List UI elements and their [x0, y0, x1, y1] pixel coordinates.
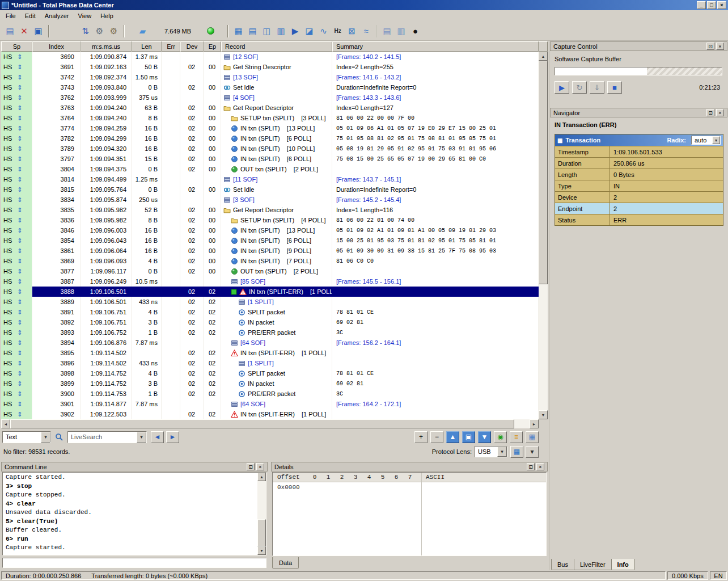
table-row[interactable]: HS⇕37621:09.093.999375 us[4 SOF][Frames:… — [1, 92, 539, 103]
column-header-index[interactable]: Index — [32, 41, 81, 52]
capture-restart-button[interactable]: ↻ — [572, 81, 587, 94]
live-view-icon[interactable]: ▶ — [288, 24, 302, 38]
table-row[interactable]: HS⇕37431:09.093.8400 B0200Set IdleDurati… — [1, 82, 539, 92]
close-panel-icon[interactable]: × — [716, 43, 724, 50]
table-row[interactable]: HS⇕37891:09.094.32016 B0200IN txn (SPLIT… — [1, 144, 539, 154]
new-file-icon[interactable]: ▤ — [3, 24, 17, 38]
scroll-down-icon[interactable]: ▼ — [257, 546, 266, 555]
tab-livefilter[interactable]: LiveFilter — [574, 559, 612, 570]
bomb-icon[interactable]: ● — [408, 24, 422, 38]
signal-view-icon[interactable]: ∿ — [316, 24, 331, 38]
table-row[interactable]: HS⇕38951:09.114.5020202IN txn (SPLIT-ERR… — [1, 348, 539, 358]
command-scrollbar[interactable]: ▲ ▼ — [257, 473, 266, 555]
command-input[interactable] — [2, 558, 266, 568]
titlebar[interactable]: *Untitled - Total Phase Data Center _□× — [0, 0, 728, 10]
table-row[interactable]: HS⇕38921:09.106.7513 B0202IN packet69 02… — [1, 317, 539, 327]
table-row[interactable]: HS⇕38771:09.096.1170 B0200OUT txn (SPLIT… — [1, 266, 539, 276]
float-panel-icon[interactable]: ⊡ — [706, 43, 714, 50]
table-row[interactable]: HS⇕37631:09.094.24063 B0200Get Report De… — [1, 103, 539, 113]
table-row[interactable]: HS⇕38611:09.096.06416 B0200IN txn (SPLIT… — [1, 246, 539, 256]
radix-dropdown[interactable]: auto ▾ — [691, 136, 721, 145]
table-row[interactable]: HS⇕38911:09.106.7514 B0202SPLIT packet78… — [1, 307, 539, 317]
column-header-len[interactable]: Len — [132, 41, 162, 52]
table-row[interactable]: HS⇕38961:09.114.502433 ns0202[1 SPLIT] — [1, 358, 539, 368]
vertical-scroll-track[interactable] — [539, 61, 548, 410]
command-scroll-track[interactable] — [257, 481, 266, 546]
table-row[interactable]: HS⇕38881:09.106.5010202IN txn (SPLIT-ERR… — [1, 287, 539, 297]
tab-info[interactable]: Info — [611, 559, 635, 570]
menu-analyzer[interactable]: Analyzer — [40, 11, 74, 21]
search-next-button[interactable]: ► — [166, 431, 179, 443]
notes-icon[interactable]: ▤ — [380, 24, 394, 38]
maximize-button[interactable]: □ — [707, 1, 716, 9]
follow-live-button[interactable]: ◉ — [494, 431, 507, 443]
table-row[interactable]: HS⇕39001:09.114.7531 B0202PRE/ERR packet… — [1, 389, 539, 399]
table-row[interactable]: HS⇕38931:09.106.7521 B0202PRE/ERR packet… — [1, 327, 539, 338]
tab-bus[interactable]: Bus — [551, 559, 574, 570]
filter-config-button[interactable]: ≡ — [510, 431, 523, 443]
hex-view[interactable]: Offset 01234567 ASCII 0x0000 — [272, 472, 547, 556]
scroll-up-icon[interactable]: ▲ — [257, 473, 266, 481]
protocol-lens-dropdown[interactable]: USB ▾ — [475, 446, 507, 457]
vertical-scrollbar[interactable]: ▲ ▼ — [539, 52, 548, 419]
search-prev-button[interactable]: ◄ — [151, 431, 164, 443]
tab-data[interactable]: Data — [272, 557, 299, 569]
scroll-right-icon[interactable]: ► — [530, 419, 539, 428]
table-row[interactable]: HS⇕38361:09.095.9828 B0200SETUP txn (SPL… — [1, 215, 539, 225]
vertical-scroll-thumb[interactable] — [539, 61, 548, 284]
data-table-view-icon[interactable]: ▤ — [246, 24, 260, 38]
search-type-dropdown[interactable]: Text ▾ — [2, 431, 51, 443]
timing-view-icon[interactable]: ◪ — [302, 24, 316, 38]
horizontal-scroll-track[interactable] — [10, 419, 530, 428]
table-row[interactable]: HS⇕39011:09.114.8777.87 ms[64 SOF][Frame… — [1, 399, 539, 409]
table-row[interactable]: HS⇕38691:09.096.0934 B0200IN txn (SPLIT)… — [1, 256, 539, 266]
column-header-ep[interactable]: Ep — [204, 41, 221, 52]
table-row[interactable]: HS⇕38151:09.095.7640 B0200Set IdleDurati… — [1, 184, 539, 195]
menu-edit[interactable]: Edit — [20, 11, 40, 21]
table-row[interactable]: HS⇕37741:09.094.25916 B0200IN txn (SPLIT… — [1, 123, 539, 133]
table-row[interactable]: HS⇕38941:09.106.8767.87 ms[64 SOF][Frame… — [1, 338, 539, 348]
frequency-view-icon[interactable]: Hz — [331, 24, 345, 38]
lens-view-button[interactable]: ▦ — [510, 446, 523, 458]
table-row[interactable]: HS⇕38041:09.094.3750 B0200OUT txn (SPLIT… — [1, 164, 539, 174]
split-view-icon[interactable]: ◫ — [260, 24, 274, 38]
error-view-icon[interactable]: ⊠ — [345, 24, 359, 38]
analyzer-settings-icon[interactable]: ⚙ — [92, 24, 107, 38]
log-icon[interactable]: ▥ — [394, 24, 408, 38]
chevron-down-icon[interactable]: ▾ — [137, 432, 146, 443]
close-panel-icon[interactable]: × — [716, 109, 724, 116]
scroll-up-icon[interactable]: ▲ — [539, 52, 548, 61]
collapse-all-button[interactable]: − — [430, 431, 443, 443]
table-row[interactable]: HS⇕37641:09.094.2408 B0200SETUP txn (SPL… — [1, 113, 539, 123]
menu-file[interactable]: File — [1, 11, 20, 21]
transaction-view-icon[interactable]: ▦ — [231, 24, 246, 38]
minimize-button[interactable]: _ — [697, 1, 706, 9]
table-row[interactable]: HS⇕39021:09.122.5030202IN txn (SPLIT-ERR… — [1, 409, 539, 419]
lens-options-button[interactable]: ▾ — [526, 446, 539, 458]
table-row[interactable]: HS⇕38341:09.095.874250 us[3 SOF][Frames:… — [1, 195, 539, 205]
table-row[interactable]: HS⇕38981:09.114.7524 B0202SPLIT packet78… — [1, 368, 539, 378]
horizontal-scrollbar[interactable]: ◄ ► — [1, 419, 539, 428]
command-output-area[interactable]: Capture started.3> stopCapture stopped.4… — [2, 472, 266, 555]
table-row[interactable]: HS⇕38351:09.095.98252 B0200Get Report De… — [1, 205, 539, 215]
capture-run-button[interactable]: ▶ — [555, 81, 569, 94]
table-row[interactable]: HS⇕37421:09.092.3741.50 ms[13 SOF][Frame… — [1, 72, 539, 82]
table-row[interactable]: HS⇕36901:09.090.8741.37 ms[12 SOF][Frame… — [1, 52, 539, 62]
table-row[interactable]: HS⇕37821:09.094.29916 B0200IN txn (SPLIT… — [1, 133, 539, 144]
table-row[interactable]: HS⇕38541:09.096.04316 B0200IN txn (SPLIT… — [1, 235, 539, 246]
float-panel-icon[interactable]: ⊡ — [247, 463, 255, 470]
column-header-summary[interactable]: Summary — [332, 41, 539, 52]
scroll-left-icon[interactable]: ◄ — [1, 419, 10, 428]
capture-mode-icon[interactable]: ▰ — [136, 24, 150, 38]
save-icon[interactable]: ▣ — [31, 24, 45, 38]
jump-selection-button[interactable]: ▣ — [462, 431, 475, 443]
panel-view-icon[interactable]: ▥ — [274, 24, 288, 38]
table-row[interactable]: HS⇕38991:09.114.7523 B0202IN packet69 02… — [1, 378, 539, 389]
chevron-down-icon[interactable]: ▾ — [712, 136, 720, 144]
column-header-msmsus[interactable]: m:s.ms.us — [81, 41, 132, 52]
capture-save-button[interactable]: ⇓ — [590, 81, 604, 94]
capture-stop-button[interactable]: ■ — [607, 81, 622, 94]
connect-device-icon[interactable]: ⇅ — [78, 24, 92, 38]
table-row[interactable]: HS⇕38141:09.094.4991.25 ms[11 SOF][Frame… — [1, 174, 539, 184]
menu-help[interactable]: Help — [96, 11, 118, 21]
